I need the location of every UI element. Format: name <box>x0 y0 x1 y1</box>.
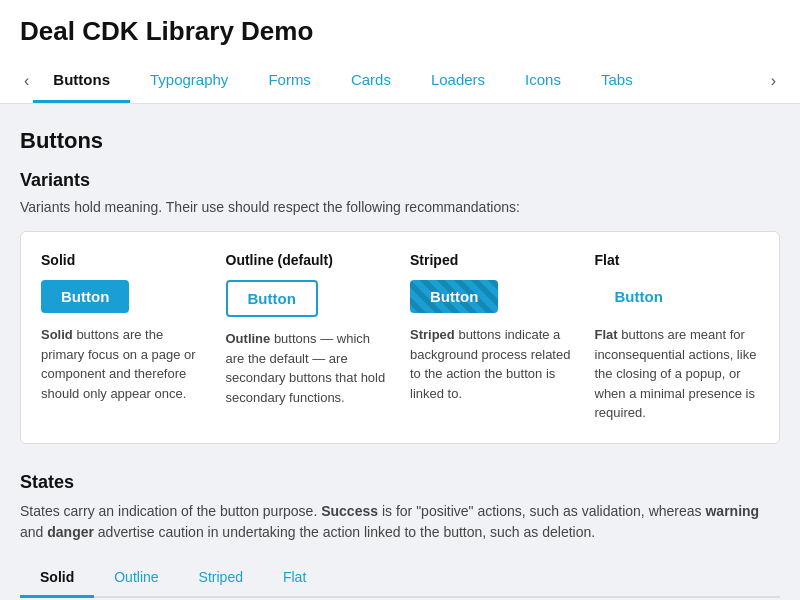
solid-button[interactable]: Button <box>41 280 129 313</box>
header: Deal CDK Library Demo ‹ Buttons Typograp… <box>0 0 800 104</box>
variant-outline-desc: Outline buttons — which are the default … <box>226 329 391 407</box>
states-tabs: Solid Outline Striped Flat <box>20 559 780 598</box>
variant-striped-label: Striped <box>410 252 575 268</box>
buttons-title: Buttons <box>20 128 780 154</box>
variant-flat-label: Flat <box>595 252 760 268</box>
tab-icons[interactable]: Icons <box>505 59 581 103</box>
main-content: Buttons Variants Variants hold meaning. … <box>0 104 800 600</box>
variant-flat: Flat Button Flat buttons are meant for i… <box>595 252 760 423</box>
variant-striped-desc: Striped buttons indicate a background pr… <box>410 325 575 403</box>
tab-forms[interactable]: Forms <box>248 59 331 103</box>
page-title: Deal CDK Library Demo <box>20 16 780 47</box>
tab-loaders[interactable]: Loaders <box>411 59 505 103</box>
variant-outline: Outline (default) Button Outline buttons… <box>226 252 391 423</box>
variants-title: Variants <box>20 170 780 191</box>
states-section: States States carry an indication of the… <box>20 472 780 601</box>
nav-tabs: Buttons Typography Forms Cards Loaders I… <box>33 59 766 103</box>
page-wrapper: Deal CDK Library Demo ‹ Buttons Typograp… <box>0 0 800 600</box>
tab-typography[interactable]: Typography <box>130 59 248 103</box>
outline-button[interactable]: Button <box>226 280 318 317</box>
variant-outline-label: Outline (default) <box>226 252 391 268</box>
nav-next-button[interactable]: › <box>767 64 780 98</box>
tab-cards[interactable]: Cards <box>331 59 411 103</box>
states-tab-striped[interactable]: Striped <box>179 559 263 598</box>
tab-buttons[interactable]: Buttons <box>33 59 130 103</box>
flat-button[interactable]: Button <box>595 280 683 313</box>
variants-description: Variants hold meaning. Their use should … <box>20 199 780 215</box>
states-tab-outline[interactable]: Outline <box>94 559 178 598</box>
variant-solid: Solid Button Solid buttons are the prima… <box>41 252 206 423</box>
variant-solid-label: Solid <box>41 252 206 268</box>
states-tab-flat[interactable]: Flat <box>263 559 326 598</box>
striped-button[interactable]: Button <box>410 280 498 313</box>
nav-prev-button[interactable]: ‹ <box>20 64 33 98</box>
variant-striped: Striped Button Striped buttons indicate … <box>410 252 575 423</box>
variant-flat-desc: Flat buttons are meant for inconsequenti… <box>595 325 760 423</box>
nav-wrapper: ‹ Buttons Typography Forms Cards Loaders… <box>20 59 780 103</box>
states-title: States <box>20 472 780 493</box>
states-description: States carry an indication of the button… <box>20 501 780 543</box>
tab-tabs[interactable]: Tabs <box>581 59 653 103</box>
variant-solid-desc: Solid buttons are the primary focus on a… <box>41 325 206 403</box>
states-tab-solid[interactable]: Solid <box>20 559 94 598</box>
variants-box: Solid Button Solid buttons are the prima… <box>20 231 780 444</box>
